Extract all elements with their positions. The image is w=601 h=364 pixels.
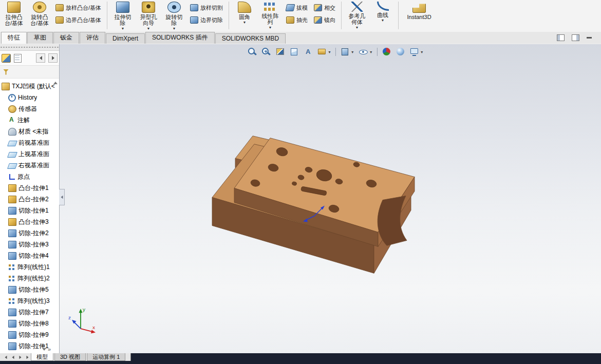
instant3d-button[interactable]: Instant3D [401, 0, 437, 31]
extruded-cut-button[interactable]: 拉伸切除 ▼ [110, 0, 136, 31]
view-toolbar-button[interactable]: ▼ [289, 47, 299, 56]
view-toolbar-button[interactable]: ▼ [340, 47, 354, 56]
tree-item[interactable]: 切除-拉伸7 [0, 306, 59, 318]
view-settings-icon [409, 47, 419, 56]
boundary-boss-button[interactable]: 边界凸台/基体 [55, 16, 101, 24]
dropdown-arrow-icon[interactable]: ▼ [328, 50, 331, 54]
tree-filter-row[interactable] [0, 66, 59, 79]
collapse-arrow-icon [61, 196, 63, 199]
commandmanager-tab[interactable]: 特征 [1, 32, 27, 44]
tree-item[interactable]: 阵列(线性)1 [0, 261, 59, 273]
lofted-boss-button[interactable]: 放样凸台/基体 [55, 4, 101, 11]
dropdown-arrow-icon[interactable]: ▼ [269, 26, 272, 29]
view-toolbar-button[interactable]: ▼ [382, 47, 391, 56]
intersect-button[interactable]: 相交 [314, 4, 335, 11]
propertymanager-icon[interactable] [14, 54, 22, 63]
extruded-boss-button[interactable]: 拉伸凸台/基体 ▼ [1, 0, 27, 31]
curves-button[interactable]: 曲线 ▼ [370, 0, 396, 31]
document-tab[interactable]: 模型 [31, 353, 53, 361]
dropdown-arrow-icon[interactable]: ▼ [173, 27, 176, 30]
tree-item[interactable]: 切除-拉伸4 [0, 250, 59, 261]
first-tab-button[interactable] [2, 353, 9, 361]
last-tab-button[interactable] [24, 353, 31, 361]
tree-item[interactable]: 凸台-拉伸2 [0, 194, 59, 205]
view-toolbar-button[interactable]: ▼ [359, 47, 373, 56]
next-pane-icon[interactable] [572, 34, 579, 41]
tree-item[interactable]: 切除-拉伸3 [0, 239, 59, 250]
linear-pattern-button[interactable]: 线性阵列 ▼ [257, 0, 283, 31]
tree-item[interactable]: 凸台-拉伸3 [0, 216, 59, 227]
commandmanager-tab[interactable]: SOLIDWORKS MBD [215, 33, 286, 44]
tree-item[interactable]: 前视基准面 [0, 137, 59, 148]
dropdown-arrow-icon[interactable]: ▼ [351, 50, 354, 54]
next-tab-button[interactable] [16, 353, 24, 361]
dropdown-arrow-icon[interactable]: ▼ [243, 21, 247, 24]
zoom-area-icon [261, 47, 271, 56]
panel-collapse-handle[interactable] [59, 189, 65, 205]
view-toolbar-button[interactable]: ▼ [409, 47, 424, 56]
expand-chevrons-icon[interactable]: » [48, 347, 51, 352]
minimize-ribbon-icon[interactable] [587, 37, 592, 39]
revolved-boss-button[interactable]: 旋转凸台/基体 ▼ [27, 0, 52, 31]
model-viewport[interactable]: y x z [60, 44, 601, 353]
tree-scroll-up-icon[interactable] [53, 82, 58, 84]
tree-item[interactable]: 阵列(线性)3 [0, 295, 59, 306]
view-toolbar-button[interactable]: ▼ [275, 47, 285, 56]
commandmanager-tab[interactable]: 评估 [80, 32, 105, 44]
mirror-button[interactable]: 镜向 [314, 16, 335, 24]
document-tab[interactable]: 运动算例 1 [87, 353, 125, 361]
dropdown-arrow-icon[interactable]: ▼ [147, 27, 151, 30]
tree-item[interactable]: 注解 [0, 114, 59, 126]
view-toolbar-button[interactable]: ▼ [377, 48, 378, 56]
dropdown-arrow-icon[interactable]: ▼ [381, 18, 385, 22]
panel-back-button[interactable] [36, 53, 45, 63]
tree-item[interactable]: 原点 [0, 171, 59, 182]
tree-item[interactable]: History [0, 92, 59, 103]
hole-wizard-button[interactable]: 异型孔向导 ▼ [136, 0, 161, 31]
tree-item[interactable]: 切除-拉伸8 [0, 318, 59, 329]
tree-root-item[interactable]: TXJ凹模 (默认< [0, 81, 59, 92]
dropdown-arrow-icon[interactable]: ▼ [355, 26, 359, 29]
tree-item[interactable]: 凸台-拉伸1 [0, 182, 59, 194]
commandmanager-tab[interactable]: SOLIDWORKS 插件 [145, 32, 215, 44]
view-toolbar-button[interactable]: ▼ [396, 47, 405, 56]
document-tab[interactable]: 3D 视图 [54, 353, 86, 361]
tree-item[interactable]: 切除-拉伸1 [0, 205, 59, 216]
dropdown-arrow-icon[interactable]: ▼ [420, 50, 424, 54]
panel-splitter-handle[interactable] [0, 44, 59, 51]
revolved-cut-button[interactable]: 旋转切除 ▼ [161, 0, 187, 31]
commandmanager-tab[interactable]: 草图 [27, 32, 53, 44]
fillet-button[interactable]: 圆角 ▼ [232, 0, 257, 31]
boundary-cut-button[interactable]: 边界切除 [190, 16, 223, 24]
tree-item[interactable]: 右视基准面 [0, 160, 59, 171]
view-toolbar-button[interactable]: ▼ [335, 48, 336, 56]
commandmanager-tab[interactable]: 钣金 [53, 32, 79, 44]
featuremanager-tree-icon[interactable] [2, 54, 11, 63]
dropdown-arrow-icon[interactable]: ▼ [121, 27, 125, 30]
view-toolbar-button[interactable]: ▼ [317, 47, 331, 56]
view-toolbar-button[interactable]: ▼ [303, 47, 313, 56]
graphics-area[interactable]: y x z ▼ ▼ [60, 44, 601, 353]
panel-forward-button[interactable] [48, 53, 58, 63]
tree-item[interactable]: 切除-拉伸5 [0, 284, 59, 295]
dropdown-arrow-icon[interactable]: ▼ [369, 50, 373, 54]
tree-item[interactable]: 切除-拉伸2 [0, 227, 59, 239]
draft-button[interactable]: 拔模 [286, 4, 308, 11]
view-toolbar-button[interactable]: ▼ [261, 47, 271, 56]
reference-geometry-button[interactable]: 参考几何体 ▼ [344, 0, 370, 31]
annotation-views-icon [303, 47, 313, 56]
tree-item[interactable]: 切除-拉伸9 [0, 329, 59, 340]
tree-item[interactable]: 材质 <未指 [0, 126, 59, 137]
tree-item[interactable]: 上视基准面 [0, 148, 59, 160]
shell-button[interactable]: 抽壳 [286, 16, 308, 24]
previous-tab-button[interactable] [9, 353, 16, 361]
tree-item[interactable]: 阵列(线性)2 [0, 273, 59, 284]
tree-item-icon [8, 275, 15, 282]
previous-pane-icon[interactable] [557, 34, 565, 41]
view-toolbar-button[interactable]: ▼ [248, 47, 257, 56]
document-tab-bar: 模型 3D 视图 运动算例 1 [0, 353, 131, 361]
lofted-cut-button[interactable]: 放样切割 [190, 4, 223, 11]
tree-scroll-down[interactable]: » [42, 347, 51, 352]
commandmanager-tab[interactable]: DimXpert [106, 33, 145, 44]
tree-item[interactable]: 传感器 [0, 103, 59, 114]
